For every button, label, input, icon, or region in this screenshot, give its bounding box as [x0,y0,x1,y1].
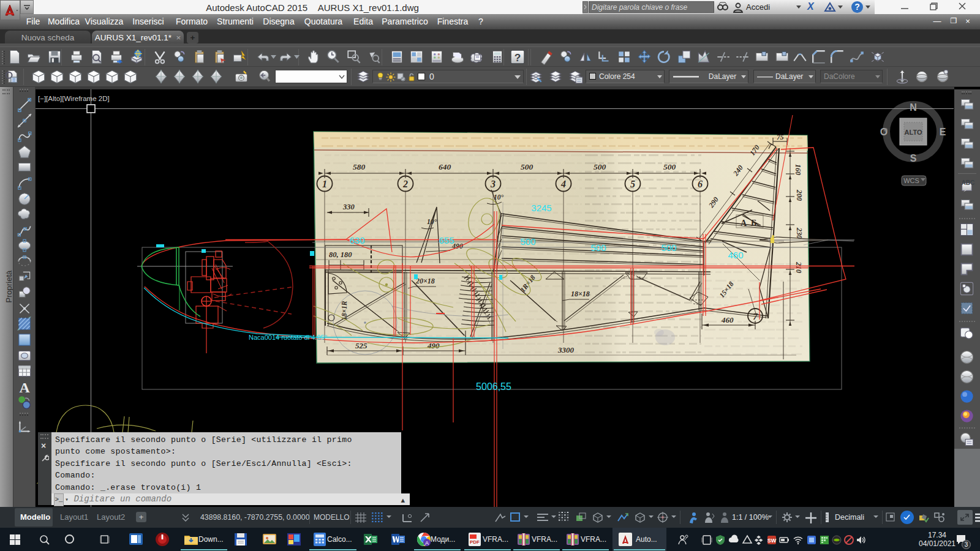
svg-text:N: N [910,102,917,113]
svg-text:4: 4 [560,179,566,189]
svg-text:3245: 3245 [531,203,551,213]
svg-text:10°: 10° [427,218,437,225]
svg-text:PDF: PDF [470,539,480,545]
svg-text:2: 2 [402,179,408,189]
svg-text:ALTO: ALTO [905,129,922,136]
svg-text:460: 460 [728,250,743,260]
svg-text:5: 5 [630,179,635,189]
svg-text:500: 500 [521,162,533,171]
svg-text:655: 655 [439,235,454,246]
svg-text:S: S [910,153,917,163]
svg-text:500: 500 [590,242,606,253]
svg-text:210: 210 [794,261,803,273]
svg-text:500: 500 [663,162,676,171]
svg-text:80, 180: 80, 180 [329,250,352,259]
svg-text:[−][Alto][Wireframe 2D]: [−][Alto][Wireframe 2D] [38,95,110,102]
svg-text:500: 500 [661,242,676,253]
svg-text:200: 200 [795,189,804,201]
svg-text:6: 6 [698,179,703,189]
svg-text:5006,55: 5006,55 [476,381,511,392]
svg-text:500: 500 [594,162,606,171]
svg-text:525: 525 [355,341,368,350]
svg-text:WCS: WCS [903,177,919,184]
svg-text:20×18: 20×18 [415,277,435,285]
svg-text:500: 500 [520,236,535,247]
svg-text:3300: 3300 [557,345,575,354]
svg-text:640: 640 [439,162,451,171]
svg-text:E: E [940,127,946,137]
svg-text:1: 1 [322,179,327,189]
svg-text:A: A [425,540,429,546]
svg-text:160: 160 [794,164,802,175]
svg-text:3: 3 [490,179,496,189]
svg-text:Naca0014 ruotato di 4.05°: Naca0014 ruotato di 4.05° [249,334,327,341]
svg-text:75: 75 [777,133,784,141]
svg-text:580: 580 [353,162,366,171]
svg-text:SW: SW [767,538,777,544]
svg-text:230: 230 [795,227,804,239]
svg-text:630: 630 [349,235,364,246]
svg-text:330: 330 [342,203,355,211]
svg-text:460: 460 [721,315,734,324]
svg-text:А Б: А Б [741,219,756,228]
svg-text:18×18: 18×18 [571,290,590,298]
svg-text:7: 7 [753,312,758,321]
